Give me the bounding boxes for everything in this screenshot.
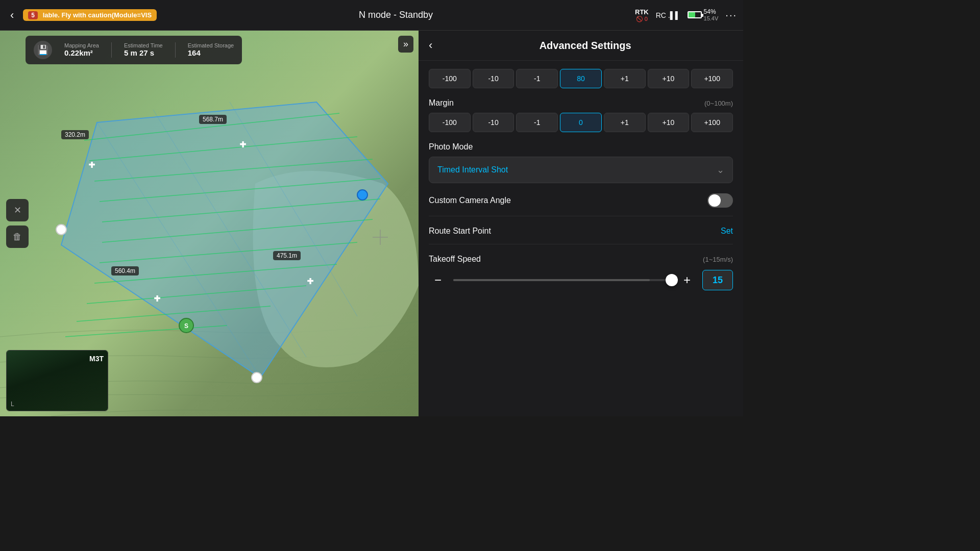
settings-body: -100 -10 -1 80 +1 +10 +100 Margin (0~100… <box>419 61 743 416</box>
info-panel: 💾 Mapping Area 0.22km² Estimated Time 5 … <box>26 36 242 64</box>
speed-slider-thumb[interactable] <box>666 274 678 286</box>
marker-start <box>56 224 66 235</box>
battery-percent: 54% <box>704 8 719 15</box>
route-start-label: Route Start Point <box>429 227 491 236</box>
left-toolbar: ✕ 🗑 <box>6 199 29 248</box>
settings-header: ‹ Advanced Settings <box>419 31 743 61</box>
altitude-adjuster: -100 -10 -1 80 +1 +10 +100 <box>429 69 733 88</box>
distance-label-1: 320.2m <box>61 130 89 139</box>
flight-mode: N mode - Standby <box>162 10 630 20</box>
distance-label-2: 475.1m <box>273 251 301 260</box>
estimated-storage-label: Estimated Storage <box>188 42 234 48</box>
photo-mode-value: Timed Interval Shot <box>437 165 508 174</box>
altitude-plus10[interactable]: +10 <box>648 69 690 88</box>
battery-fill <box>689 12 695 17</box>
main-content: S + + + + 💾 Mapping Area 0.22km² <box>0 31 743 416</box>
save-button[interactable]: 💾 <box>34 41 52 59</box>
notification-text: lable. Fly with caution(Module=VIS <box>43 11 152 19</box>
takeoff-speed-minus[interactable]: − <box>429 271 447 289</box>
battery-info: 54% 15.4V <box>704 8 719 22</box>
expand-button[interactable]: » <box>398 36 413 53</box>
map-area[interactable]: S + + + + 💾 Mapping Area 0.22km² <box>0 31 419 416</box>
status-icons: Advanced Settings RTK 🚫 0 RC .▌▌ 54% 15.… <box>635 8 737 22</box>
back-button[interactable]: ‹ <box>6 7 18 24</box>
takeoff-speed-label: Takeoff Speed <box>429 255 481 264</box>
margin-hint: (0~100m) <box>704 99 733 107</box>
altitude-value[interactable]: 80 <box>560 69 602 88</box>
settings-title: Advanced Settings <box>437 40 733 52</box>
route-start-set-button[interactable]: Set <box>721 227 733 236</box>
altitude-minus1[interactable]: -1 <box>516 69 558 88</box>
estimated-storage-value: 164 <box>188 48 201 57</box>
margin-label: Margin <box>429 98 454 108</box>
more-button[interactable]: ··· <box>725 9 737 21</box>
margin-minus100[interactable]: -100 <box>429 113 471 132</box>
settings-back-button[interactable]: ‹ <box>429 39 437 52</box>
estimated-time-value: 5 m 27 s <box>124 48 154 57</box>
top-bar: ‹ 5 lable. Fly with caution(Module=VIS N… <box>0 0 743 31</box>
settings-panel: ‹ Advanced Settings -100 -10 -1 80 +1 +1… <box>419 31 743 416</box>
rtk-text: RTK <box>635 8 649 16</box>
mapping-area-info: Mapping Area 0.22km² <box>64 42 99 58</box>
marker-waypoint <box>357 190 368 200</box>
divider-1 <box>111 42 112 58</box>
rtk-status: Advanced Settings RTK 🚫 0 <box>635 8 649 22</box>
takeoff-speed-section: Takeoff Speed (1~15m/s) − + 15 <box>429 255 733 290</box>
svg-text:+: + <box>154 293 160 304</box>
svg-text:+: + <box>240 139 246 150</box>
estimated-storage-info: Estimated Storage 164 <box>188 42 234 58</box>
margin-minus10[interactable]: -10 <box>473 113 514 132</box>
distance-label-0: 568.7m <box>199 115 227 124</box>
notification-count: 5 <box>28 11 38 19</box>
margin-plus100[interactable]: +100 <box>691 113 733 132</box>
custom-camera-label: Custom Camera Angle <box>429 196 511 205</box>
notification-badge[interactable]: 5 lable. Fly with caution(Module=VIS <box>23 9 157 21</box>
photo-mode-dropdown[interactable]: Timed Interval Shot ⌄ <box>429 157 733 183</box>
svg-text:S: S <box>184 322 188 330</box>
takeoff-speed-hint: (1~15m/s) <box>703 256 733 263</box>
photo-mode-label: Photo Mode <box>429 142 473 152</box>
estimated-time-label: Estimated Time <box>124 42 163 48</box>
delete-button[interactable]: 🗑 <box>6 226 29 248</box>
mapping-area-value: 0.22km² <box>64 48 93 57</box>
distance-label-3: 560.4m <box>111 266 139 276</box>
takeoff-header: Takeoff Speed (1~15m/s) <box>429 255 733 264</box>
svg-text:+: + <box>89 159 95 170</box>
altitude-minus100[interactable]: -100 <box>429 69 471 88</box>
speed-slider-fill <box>453 279 650 281</box>
camera-preview[interactable]: M3T L <box>6 350 108 411</box>
takeoff-control: − + 15 <box>429 270 733 290</box>
rtk-sub: 🚫 0 <box>636 16 648 22</box>
rc-signal: RC .▌▌ <box>656 11 680 19</box>
takeoff-speed-value: 15 <box>702 270 733 290</box>
altitude-plus1[interactable]: +1 <box>604 69 646 88</box>
route-start-row: Route Start Point Set <box>429 227 733 244</box>
margin-adjuster: -100 -10 -1 0 +1 +10 +100 <box>429 113 733 132</box>
mapping-area-label: Mapping Area <box>64 42 99 48</box>
divider-2 <box>175 42 176 58</box>
altitude-minus10[interactable]: -10 <box>473 69 514 88</box>
custom-camera-row: Custom Camera Angle <box>429 193 733 216</box>
margin-value[interactable]: 0 <box>560 113 602 132</box>
speed-slider-track[interactable] <box>453 279 672 281</box>
battery-voltage: 15.4V <box>704 15 719 22</box>
dropdown-arrow-icon: ⌄ <box>717 164 724 176</box>
camera-corner: L <box>11 400 14 408</box>
margin-minus1[interactable]: -1 <box>516 113 558 132</box>
close-icon: ✕ <box>14 205 21 216</box>
altitude-plus100[interactable]: +100 <box>691 69 733 88</box>
margin-plus10[interactable]: +10 <box>648 113 690 132</box>
estimated-time-info: Estimated Time 5 m 27 s <box>124 42 163 58</box>
close-button[interactable]: ✕ <box>6 199 29 221</box>
photo-mode-header: Photo Mode <box>429 142 733 152</box>
camera-name: M3T <box>89 355 104 363</box>
battery-icon <box>688 11 702 18</box>
margin-section-header: Margin (0~100m) <box>429 98 733 108</box>
svg-text:+: + <box>307 276 313 287</box>
margin-plus1[interactable]: +1 <box>604 113 646 132</box>
trash-icon: 🗑 <box>13 232 22 242</box>
custom-camera-toggle[interactable] <box>707 193 733 208</box>
takeoff-speed-plus[interactable]: + <box>678 271 696 289</box>
toggle-thumb <box>708 194 721 207</box>
marker-end <box>252 372 262 383</box>
